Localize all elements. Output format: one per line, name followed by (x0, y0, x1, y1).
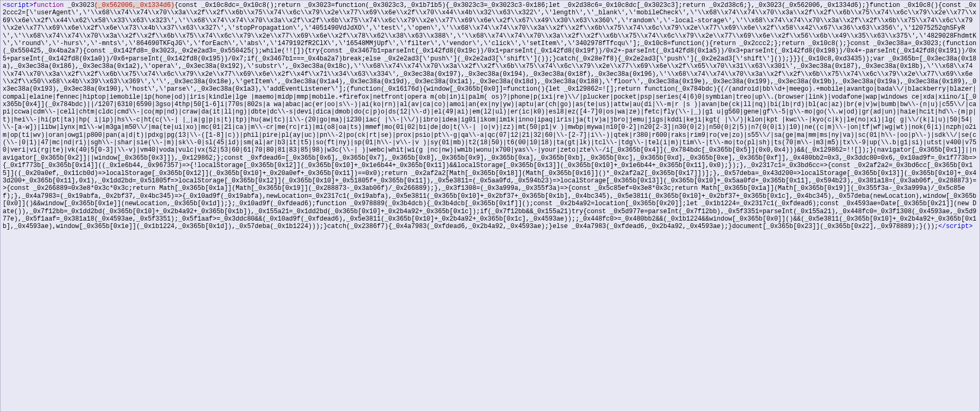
code-viewer: <script>function _0x3023(_0x562006,_0x13… (0, 0, 980, 412)
code-body: {const _0x10c8dc=_0x10c8();return _0x302… (3, 2, 976, 230)
close-script-tag: </script> (938, 223, 973, 230)
keyword-function: function (33, 2, 64, 9)
function-name: _0x3023 (64, 2, 94, 9)
function-params-highlight: (_0x562006,_0x1334d6) (94, 2, 174, 9)
open-script-tag: <script> (3, 2, 33, 9)
